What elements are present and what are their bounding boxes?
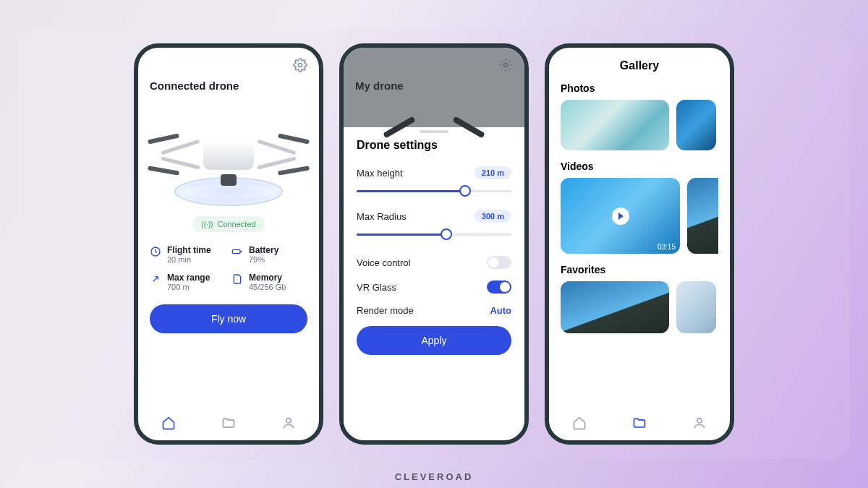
stat-max-range: Max range 700 m (150, 273, 226, 291)
setting-max-radius: Max Radius 300 m (357, 210, 511, 223)
showcase-canvas: Connected drone ((·)) Connected Flight t… (18, 29, 850, 459)
svg-point-3 (286, 418, 292, 423)
photos-row[interactable] (561, 100, 718, 150)
home-icon[interactable] (161, 416, 176, 430)
folder-icon[interactable] (632, 416, 647, 430)
section-photos-label: Photos (561, 82, 718, 94)
favorite-thumbnail[interactable] (561, 281, 669, 333)
svg-point-5 (697, 418, 702, 423)
home-icon[interactable] (572, 416, 587, 430)
video-duration: 03:15 (658, 243, 676, 251)
expand-icon (150, 273, 161, 285)
folder-icon[interactable] (221, 416, 236, 430)
gear-icon[interactable] (498, 58, 513, 72)
max-radius-slider[interactable] (357, 227, 511, 241)
favorite-thumbnail[interactable] (676, 281, 716, 333)
section-favorites-label: Favorites (561, 264, 718, 275)
gear-icon[interactable] (293, 58, 307, 72)
phone-drone-settings: My drone Drone settings Max height 210 m… (339, 43, 529, 445)
max-height-value: 210 m (475, 166, 511, 179)
fly-now-button[interactable]: Fly now (150, 304, 307, 333)
bottom-nav (549, 406, 730, 440)
phone-gallery: Gallery Photos Videos 03:15 Favorites (545, 43, 734, 445)
setting-voice-control: Voice control (357, 256, 511, 269)
sheet-title: Drone settings (357, 139, 511, 152)
video-thumbnail[interactable]: 03:15 (561, 178, 680, 254)
page-title: My drone (355, 80, 513, 92)
settings-sheet: Drone settings Max height 210 m Max Radi… (344, 123, 524, 432)
status-text: Connected (217, 220, 255, 228)
clock-icon (150, 246, 161, 257)
phone-connected-drone: Connected drone ((·)) Connected Flight t… (134, 43, 323, 445)
section-videos-label: Videos (561, 160, 718, 172)
setting-max-height: Max height 210 m (357, 166, 511, 179)
drone-illustration (150, 96, 307, 219)
svg-point-0 (299, 64, 302, 67)
svg-rect-2 (232, 249, 240, 253)
profile-icon[interactable] (281, 416, 296, 430)
battery-icon (231, 246, 243, 257)
sd-card-icon (231, 273, 243, 285)
drone-arms-peek (376, 101, 492, 130)
stat-battery: Battery 79% (231, 245, 307, 264)
setting-render-mode[interactable]: Render mode Auto (357, 305, 511, 316)
bottom-nav (138, 406, 319, 440)
vr-glass-toggle[interactable] (487, 281, 511, 294)
max-height-slider[interactable] (357, 184, 511, 198)
brand-watermark: CLEVEROAD (395, 471, 474, 482)
page-title: Gallery (561, 59, 718, 72)
stat-flight-time: Flight time 20 min (150, 245, 226, 264)
svg-point-4 (504, 64, 508, 67)
signal-icon: ((·)) (201, 221, 213, 228)
max-radius-value: 300 m (475, 210, 511, 223)
videos-row[interactable]: 03:15 (561, 178, 718, 254)
photo-thumbnail[interactable] (676, 100, 716, 150)
voice-control-toggle[interactable] (487, 256, 511, 269)
apply-button[interactable]: Apply (357, 326, 511, 355)
photo-thumbnail[interactable] (561, 100, 669, 150)
setting-vr-glass: VR Glass (357, 281, 511, 294)
video-thumbnail[interactable] (687, 178, 718, 254)
stat-memory: Memory 45/256 Gb (231, 273, 307, 291)
profile-icon[interactable] (692, 416, 707, 430)
favorites-row[interactable] (561, 281, 718, 333)
sheet-handle[interactable] (420, 130, 448, 133)
page-title: Connected drone (150, 80, 307, 92)
play-icon[interactable] (612, 207, 629, 225)
render-mode-value: Auto (490, 305, 511, 316)
